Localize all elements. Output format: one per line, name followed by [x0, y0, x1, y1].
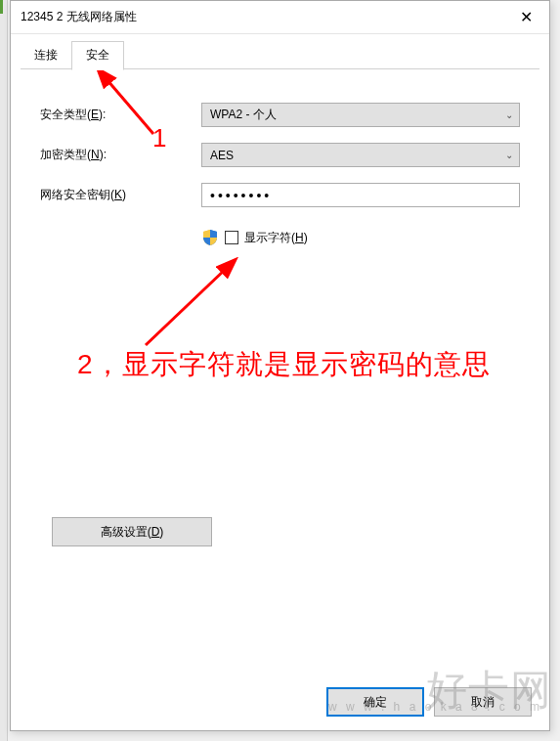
chevron-down-icon: ⌄	[505, 150, 513, 160]
tab-security-label: 安全	[86, 48, 109, 62]
cancel-button[interactable]: 取消	[434, 687, 532, 717]
chevron-down-icon: ⌄	[505, 109, 513, 120]
annotation-text-2: 2，显示字符就是显示密码的意思	[77, 345, 491, 384]
label-network-key: 网络安全密钥(K)	[40, 187, 201, 203]
row-show-characters: 显示字符(H)	[201, 229, 520, 246]
label-show-characters: 显示字符(H)	[244, 230, 308, 246]
tab-security[interactable]: 安全	[71, 41, 124, 70]
titlebar: 12345 2 无线网络属性 ✕	[11, 1, 549, 34]
close-icon: ✕	[520, 8, 533, 26]
uac-shield-icon	[201, 229, 219, 246]
input-network-key-value: ••••••••	[210, 188, 272, 203]
wifi-properties-dialog: 12345 2 无线网络属性 ✕ 连接 安全 安全类型(E): WPA2 - 个…	[10, 0, 550, 731]
label-security-type: 安全类型(E):	[40, 107, 201, 123]
row-network-key: 网络安全密钥(K) ••••••••	[40, 183, 520, 207]
advanced-settings-button[interactable]: 高级设置(D)	[52, 517, 212, 546]
dropdown-security-type[interactable]: WPA2 - 个人 ⌄	[201, 103, 520, 127]
dropdown-security-type-value: WPA2 - 个人	[210, 107, 505, 123]
annotation-number-1: 1	[152, 123, 166, 153]
checkbox-show-characters[interactable]	[225, 231, 238, 244]
dialog-button-bar: 确定 取消	[326, 687, 532, 717]
close-button[interactable]: ✕	[504, 3, 547, 32]
input-network-key[interactable]: ••••••••	[201, 183, 520, 207]
window-title: 12345 2 无线网络属性	[21, 9, 504, 25]
advanced-settings-label: 高级设置(D)	[101, 524, 164, 541]
tab-connect[interactable]: 连接	[21, 42, 71, 69]
tab-connect-label: 连接	[34, 48, 58, 62]
ok-button[interactable]: 确定	[326, 687, 424, 717]
svg-line-1	[146, 269, 226, 345]
row-security-type: 安全类型(E): WPA2 - 个人 ⌄	[40, 103, 520, 127]
row-encryption-type: 加密类型(N): AES ⌄	[40, 143, 520, 167]
dropdown-encryption-type[interactable]: AES ⌄	[201, 143, 520, 167]
label-encryption-type: 加密类型(N):	[40, 147, 201, 163]
annotation-arrow-2	[128, 257, 265, 355]
ok-button-label: 确定	[364, 694, 387, 711]
tab-content: 安全类型(E): WPA2 - 个人 ⌄ 加密类型(N): AES ⌄ 网络安全…	[11, 69, 549, 266]
dropdown-encryption-type-value: AES	[210, 149, 505, 162]
tab-strip: 连接 安全	[11, 34, 549, 69]
host-window-edge	[0, 0, 8, 741]
cancel-button-label: 取消	[471, 694, 495, 711]
